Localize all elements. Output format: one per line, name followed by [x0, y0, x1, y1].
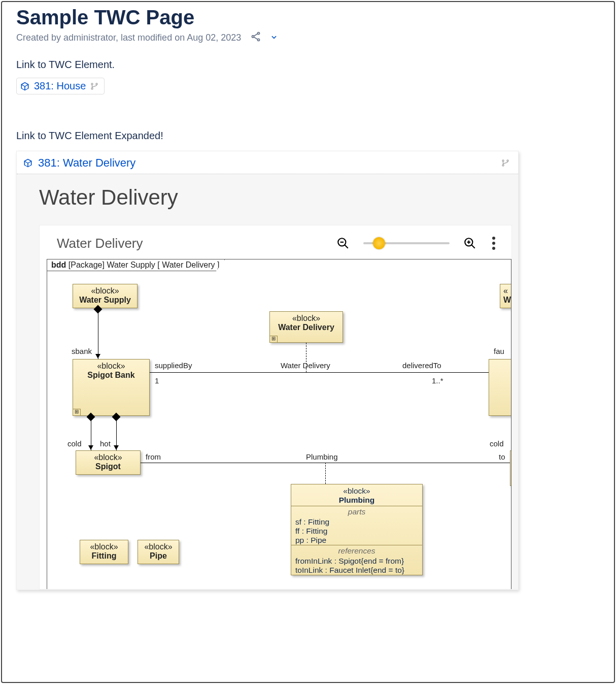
- diagram-frame-tab: bdd [Package] Water Supply [ Water Deliv…: [47, 259, 225, 271]
- section2-text: Link to TWC Element Expanded!: [16, 130, 600, 142]
- svg-point-2: [258, 39, 260, 41]
- label-deliveredto: deliveredTo: [402, 361, 441, 370]
- zoom-in-button[interactable]: [463, 236, 477, 250]
- block-fitting[interactable]: «block» Fitting: [80, 540, 128, 564]
- label-sbank: sbank: [72, 347, 92, 355]
- svg-line-12: [345, 245, 348, 248]
- label-assoc-center: Water Delivery: [281, 361, 330, 370]
- block-right-cut-2[interactable]: [510, 450, 511, 486]
- page-title: Sample TWC Page: [16, 6, 600, 29]
- label-one-star: 1..*: [432, 376, 443, 385]
- block-water-delivery[interactable]: «block» Water Delivery ⊞: [269, 311, 343, 343]
- svg-point-1: [252, 36, 254, 38]
- connector: [150, 372, 489, 373]
- expanded-panel: 381: Water Delivery Water Delivery Water…: [16, 151, 519, 590]
- page-meta-row: Created by administrator, last modified …: [16, 31, 600, 45]
- arrow-down-icon: [95, 354, 100, 359]
- arrow-down-icon: [114, 445, 119, 450]
- label-hot: hot: [100, 439, 111, 448]
- arrow-down-icon: [88, 445, 93, 450]
- label-from: from: [146, 452, 161, 461]
- more-menu-button[interactable]: [490, 235, 497, 252]
- chevron-down-icon[interactable]: [270, 34, 278, 42]
- block-spigot[interactable]: «block» Spigot: [76, 450, 141, 475]
- diagram-card: Water Delivery bdd [Package]: [39, 225, 512, 590]
- connector-dashed: [325, 463, 326, 484]
- zoom-slider-thumb[interactable]: [373, 237, 385, 249]
- svg-point-8: [502, 160, 504, 161]
- svg-line-15: [471, 245, 475, 248]
- svg-point-10: [507, 160, 508, 161]
- twc-link-label: 381: House: [34, 80, 86, 92]
- label-to: to: [499, 452, 505, 461]
- branch-icon: [90, 82, 99, 91]
- label-suppliedby: suppliedBy: [155, 361, 192, 370]
- composite-icon: ⊞: [73, 409, 81, 416]
- block-water-supply[interactable]: «block» Water Supply: [73, 284, 138, 308]
- diagram-toolbar-title: Water Delivery: [57, 236, 143, 251]
- svg-line-4: [254, 37, 258, 40]
- block-plumbing[interactable]: «block» Plumbing parts sf : Fitting ff :…: [291, 484, 423, 575]
- block-wat-cut[interactable]: « Wat: [500, 284, 511, 308]
- block-spigot-bank[interactable]: «block» Spigot Bank ⊞: [73, 359, 150, 416]
- composite-icon: ⊞: [269, 336, 278, 343]
- section1-text: Link to TWC Element.: [16, 59, 600, 71]
- zoom-slider[interactable]: [363, 242, 450, 244]
- label-cold-right: cold: [490, 439, 504, 448]
- block-right-cut[interactable]: [489, 359, 511, 416]
- svg-line-3: [254, 34, 258, 37]
- svg-point-7: [96, 83, 97, 85]
- connector: [98, 312, 98, 359]
- cube-icon: [23, 158, 33, 168]
- svg-point-5: [91, 83, 93, 85]
- twc-link-house[interactable]: 381: House: [16, 78, 105, 94]
- cube-icon: [20, 81, 30, 91]
- label-cold-left: cold: [67, 439, 82, 448]
- label-fau: fau: [494, 347, 504, 355]
- expanded-header: 381: Water Delivery: [17, 151, 518, 174]
- diagram-toolbar: Water Delivery: [40, 225, 511, 259]
- label-one: 1: [155, 376, 159, 385]
- svg-point-0: [258, 32, 260, 35]
- block-pipe[interactable]: «block» Pipe: [138, 540, 179, 564]
- zoom-out-button[interactable]: [336, 236, 350, 250]
- water-delivery-heading: Water Delivery: [39, 185, 518, 210]
- page-meta-text: Created by administrator, last modified …: [16, 32, 241, 43]
- branch-icon[interactable]: [501, 158, 510, 168]
- svg-point-9: [502, 165, 504, 166]
- share-icon[interactable]: [250, 31, 261, 45]
- svg-point-6: [91, 88, 93, 89]
- expanded-header-link[interactable]: 381: Water Delivery: [38, 156, 135, 170]
- label-plumbing-assoc: Plumbing: [306, 452, 338, 461]
- diagram-canvas[interactable]: bdd [Package] Water Supply [ Water Deliv…: [47, 259, 511, 589]
